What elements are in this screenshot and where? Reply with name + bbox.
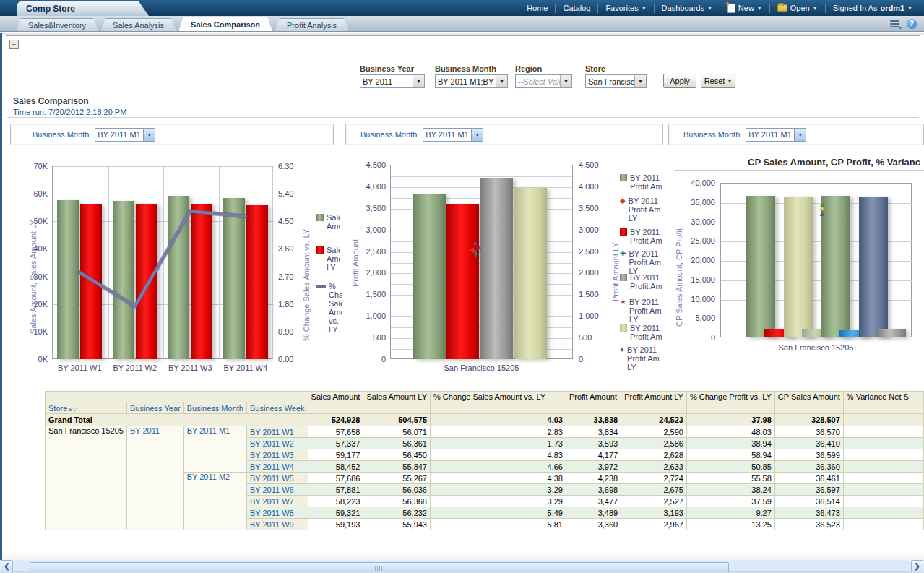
scroll-right-button[interactable]: ❯ — [911, 560, 923, 572]
nav-new[interactable]: New▼ — [720, 4, 769, 13]
tab-sales-inventory[interactable]: Sales&Inventory — [16, 18, 98, 31]
measure-value-cell: 3.29 — [431, 496, 566, 507]
horizontal-scrollbar[interactable]: ❮ ❯ — [0, 560, 924, 572]
pivot-dim-header[interactable]: Business Week — [246, 402, 308, 414]
measure-value-cell: 3,477 — [566, 496, 621, 507]
dashboard-page: Comp Store Home Catalog Favorites▼ Dashb… — [0, 0, 924, 573]
pivot-measure-header[interactable]: Sales Amount — [308, 392, 363, 402]
business-week-cell[interactable]: BY 2011 W7 — [246, 496, 308, 507]
chart2-legend-entry: BY 2011 Profit Am — [620, 173, 668, 191]
business-week-cell[interactable]: BY 2011 W5 — [246, 473, 308, 484]
chart-prompt-select[interactable]: BY 2011 M1▼ — [95, 128, 155, 142]
measure-value-cell — [843, 507, 923, 519]
collapse-section-icon[interactable]: − — [9, 40, 19, 49]
measure-value-cell: 56,361 — [363, 438, 431, 449]
grand-total-value — [843, 414, 923, 426]
chart3-bar[interactable] — [859, 197, 888, 337]
pivot-dim-header[interactable]: Business Month — [183, 402, 246, 414]
chart2-legend-swatch — [620, 174, 627, 181]
sort-icons[interactable]: ▲▽ — [67, 406, 76, 413]
chart3-title-divider — [674, 170, 924, 171]
dropdown-arrow-icon[interactable]: ▼ — [634, 75, 646, 87]
chart1-pct-change-line[interactable] — [52, 166, 273, 359]
dropdown-arrow-icon[interactable]: ▼ — [143, 129, 155, 141]
filter-select-region[interactable]: --Select Value--▼ — [515, 74, 572, 88]
scroll-left-button[interactable]: ❮ — [1, 560, 13, 572]
pivot-header-empty — [686, 402, 774, 414]
chart2-right-axis-title: Profit Amount LY — [611, 242, 620, 301]
filter-select-store[interactable]: San Francisco 1!▼ — [585, 74, 647, 88]
table-row: San Francisco 15205BY 2011BY 2011 M1BY 2… — [46, 426, 924, 438]
measure-value-cell: 56,450 — [363, 449, 431, 461]
dropdown-arrow-icon[interactable]: ▼ — [560, 75, 571, 87]
chart1-right-tick: 1.80 — [278, 300, 293, 309]
filter-select-value: San Francisco 1! — [586, 77, 634, 86]
nav-catalog[interactable]: Catalog — [556, 4, 597, 12]
nav-dashboards[interactable]: Dashboards▼ — [655, 4, 720, 12]
nav-open[interactable]: Open▼ — [770, 4, 825, 12]
business-year-cell[interactable]: BY 2011 — [126, 426, 183, 530]
pivot-measure-header[interactable]: % Change Sales Amount vs. LY — [431, 392, 566, 402]
business-week-cell[interactable]: BY 2011 W2 — [246, 438, 308, 449]
pivot-measure-header[interactable]: % Variance Net S — [843, 392, 923, 402]
help-icon[interactable]: ? — [907, 19, 917, 29]
tab-profit-analysis[interactable]: Profit Analysis — [275, 18, 349, 31]
chart3-bar[interactable] — [784, 197, 813, 337]
apply-button[interactable]: Apply — [663, 74, 696, 88]
chart2-marker-2[interactable]: ✚ — [473, 251, 479, 258]
chart3-bar[interactable] — [746, 196, 775, 337]
business-week-cell[interactable]: BY 2011 W4 — [246, 461, 308, 473]
chart3-bar[interactable] — [821, 196, 850, 337]
business-week-cell[interactable]: BY 2011 W1 — [246, 426, 308, 438]
dropdown-arrow-icon[interactable]: ▼ — [471, 129, 483, 141]
chart2-bar[interactable] — [480, 178, 513, 359]
chart-prompt-select[interactable]: BY 2011 M1▼ — [423, 128, 483, 142]
business-week-cell[interactable]: BY 2011 W3 — [246, 449, 308, 461]
filter-select-business-year[interactable]: BY 2011▼ — [360, 74, 425, 88]
chart3-bar[interactable] — [877, 329, 906, 337]
nav-signed-in[interactable]: Signed In Asordm1▼ — [826, 4, 920, 12]
pivot-header-empty — [843, 402, 923, 414]
pivot-measure-header[interactable]: % Change Profit vs. LY — [686, 392, 774, 402]
pivot-dim-header[interactable]: Business Year — [126, 402, 183, 414]
chart2-marker-4[interactable]: ● — [473, 240, 478, 247]
reset-button[interactable]: Reset▼ — [701, 74, 735, 88]
pivot-measure-header[interactable]: CP Sales Amount — [774, 392, 843, 402]
scrollbar-track[interactable] — [14, 561, 910, 572]
tab-sales-comparison[interactable]: Sales Comparison — [178, 17, 272, 31]
nav-favorites[interactable]: Favorites▼ — [598, 4, 653, 12]
chart2-bar[interactable] — [413, 194, 446, 359]
business-week-cell[interactable]: BY 2011 W8 — [246, 507, 308, 519]
pivot-measure-header[interactable]: Profit Amount — [566, 392, 621, 402]
chart2-bar[interactable] — [446, 204, 479, 359]
chart2-legend-entry: ◆BY 2011 Profit Am LY — [620, 197, 666, 223]
pivot-measure-header[interactable]: Profit Amount LY — [621, 392, 687, 402]
chart3-marker-3[interactable]: ▲ — [819, 210, 826, 217]
dropdown-arrow-icon[interactable]: ▼ — [794, 129, 806, 141]
filter-select-business-month[interactable]: BY 2011 M1;BY 201:▼ — [435, 74, 508, 88]
nav-home[interactable]: Home — [519, 4, 555, 12]
business-week-cell[interactable]: BY 2011 W6 — [246, 484, 308, 496]
business-month-cell[interactable]: BY 2011 M2 — [183, 473, 246, 530]
scrollbar-thumb[interactable] — [30, 562, 729, 573]
chart2-right-tick: 1,500 — [579, 290, 599, 298]
measure-value-cell: 2,586 — [621, 438, 687, 449]
measure-value-cell: 13.25 — [686, 519, 774, 530]
grand-total-value: 524,928 — [308, 414, 363, 426]
tab-sales-analysis[interactable]: Sales Analysis — [100, 18, 176, 31]
grand-total-value: 24,523 — [621, 414, 687, 426]
chart2-left-tick: 4,500 — [355, 160, 386, 169]
chart2-bar[interactable] — [514, 188, 547, 359]
dropdown-arrow-icon[interactable]: ▼ — [413, 75, 424, 87]
pivot-dim-header[interactable]: Store▲▽ — [46, 402, 127, 414]
chart2-right-tick: 2,500 — [579, 247, 599, 256]
business-month-cell[interactable]: BY 2011 M1 — [183, 426, 246, 473]
business-week-cell[interactable]: BY 2011 W9 — [246, 519, 308, 530]
pivot-measure-header[interactable]: Sales Amount LY — [363, 392, 431, 402]
chart-prompt-select[interactable]: BY 2011 M1▼ — [746, 128, 806, 142]
measure-value-cell: 57,658 — [308, 426, 363, 438]
dashboard-brand-tab[interactable]: Comp Store — [17, 1, 149, 16]
page-options-icon[interactable] — [890, 20, 899, 28]
dropdown-arrow-icon[interactable]: ▼ — [496, 75, 507, 87]
chart2-legend-swatch — [620, 324, 627, 332]
